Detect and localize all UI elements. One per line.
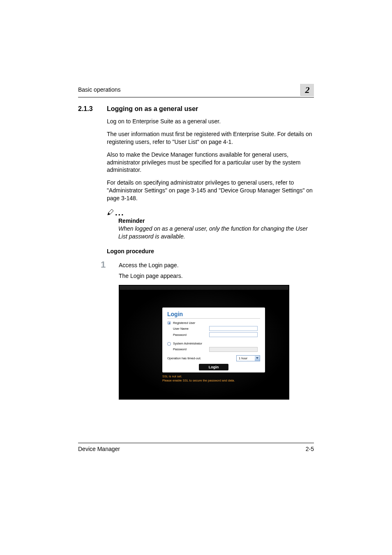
paragraph: For details on specifying administrator … bbox=[107, 179, 314, 202]
sysadmin-label: System Administrator bbox=[173, 342, 202, 345]
username-input[interactable] bbox=[209, 326, 258, 331]
ssl-warning: SSL is not set. Please enable SSL to sec… bbox=[162, 375, 235, 383]
ssl-warning-line1: SSL is not set. bbox=[162, 375, 235, 379]
section-number: 2.1.3 bbox=[78, 105, 107, 113]
sysadmin-password-input bbox=[209, 347, 258, 352]
running-header: Basic operations 2 bbox=[78, 86, 314, 97]
screenshot: Login Registered User User Name Password bbox=[119, 285, 289, 400]
main-content: 2.1.3 Logging on as a general user Log o… bbox=[78, 105, 314, 400]
step: 1 Access the Login page. bbox=[101, 260, 314, 269]
sysadmin-option[interactable]: System Administrator bbox=[167, 342, 203, 346]
screenshot-toolbar bbox=[120, 286, 288, 290]
step-result: The Login page appears. bbox=[119, 273, 314, 279]
running-header-text: Basic operations bbox=[78, 86, 121, 93]
radio-checked-icon bbox=[167, 321, 171, 325]
step-text: Access the Login page. bbox=[119, 260, 179, 269]
chapter-number: 2 bbox=[305, 85, 310, 95]
ellipsis-icon: ... bbox=[115, 208, 125, 217]
divider bbox=[167, 318, 260, 319]
paragraph: The user information must first be regis… bbox=[107, 130, 314, 146]
chapter-badge: 2 bbox=[300, 84, 314, 96]
registered-user-option[interactable]: Registered User bbox=[167, 321, 203, 325]
section-heading: 2.1.3 Logging on as a general user bbox=[78, 105, 314, 113]
reminder-body: When logged on as a general user, only t… bbox=[118, 225, 314, 240]
login-panel: Login Registered User User Name Password bbox=[162, 308, 265, 372]
sub-heading: Logon procedure bbox=[107, 248, 314, 254]
footer-page-number: 2-5 bbox=[306, 446, 314, 452]
footer-left: Device Manager bbox=[78, 446, 120, 452]
paragraph: Also to make the Device Manager function… bbox=[107, 151, 314, 174]
paragraph: Log on to Enterprise Suite as a general … bbox=[107, 118, 314, 125]
username-label: User Name bbox=[167, 327, 209, 331]
chevron-down-icon bbox=[255, 356, 260, 361]
timeout-value: 1 hour bbox=[237, 356, 255, 361]
radio-unchecked-icon bbox=[167, 342, 171, 346]
page-footer: Device Manager 2-5 bbox=[78, 443, 314, 452]
section-title: Logging on as a general user bbox=[107, 105, 198, 113]
sysadmin-password-label: Password bbox=[167, 347, 209, 351]
reminder-block: ... Reminder When logged on as a general… bbox=[107, 208, 314, 240]
registered-user-label: Registered User bbox=[173, 321, 195, 325]
ssl-warning-line2: Please enable SSL to secure the password… bbox=[162, 379, 235, 383]
note-icon bbox=[107, 208, 114, 217]
reminder-label: Reminder bbox=[118, 217, 314, 224]
login-button[interactable]: Login bbox=[199, 364, 229, 370]
login-title: Login bbox=[167, 311, 260, 317]
password-label: Password bbox=[167, 333, 209, 337]
timeout-label: Operation has timed-out. bbox=[167, 356, 201, 360]
timeout-select[interactable]: 1 hour bbox=[236, 355, 260, 361]
password-input[interactable] bbox=[209, 332, 258, 337]
step-number: 1 bbox=[101, 260, 119, 269]
